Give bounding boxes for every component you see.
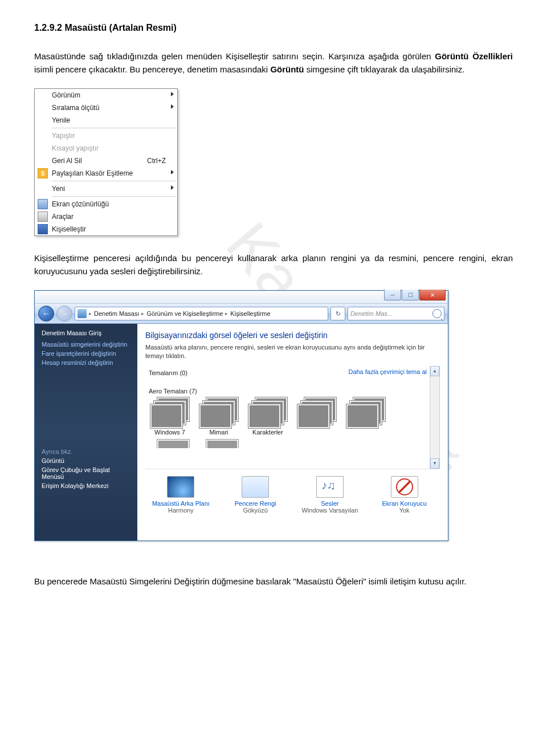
menu-item-label: Yenile (51, 116, 177, 124)
scroll-up-button[interactable]: ▲ (430, 366, 439, 376)
maximize-button[interactable]: ☐ (402, 290, 419, 300)
sidebar-link-display[interactable]: Görüntü (42, 457, 130, 464)
para1-post: simgesine çift tıklayarak da ulaşabilirs… (304, 64, 465, 74)
menu-item-gerialsil[interactable]: Geri Al Sil Ctrl+Z (35, 155, 177, 167)
menu-item-label: Kişiselleştir (51, 225, 177, 233)
menu-item-label: Yeni (51, 185, 177, 193)
menu-item-label: Yapıştır (51, 132, 177, 140)
option-subtitle: Harmony (168, 507, 194, 514)
window-color-icon (242, 476, 269, 498)
theme-item-karakterler[interactable]: Karakterler (246, 397, 290, 436)
chevron-right-icon: ▸ (140, 311, 145, 316)
theme-item-mimari[interactable]: Mimari (197, 397, 241, 436)
menu-item-label: Araçlar (51, 213, 177, 221)
menu-item-label: Görünüm (51, 91, 177, 99)
desktop-background-icon (167, 476, 194, 498)
menu-item-label: Geri Al Sil (51, 157, 147, 165)
chevron-right-icon: ▸ (224, 311, 229, 316)
theme-item-extra1[interactable] (295, 397, 339, 436)
refresh-button[interactable]: ↻ (330, 307, 345, 320)
menu-item-kisisellestir[interactable]: Kişiselleştir (35, 223, 177, 235)
aero-themes-label: Aero Temaları (7) (149, 388, 437, 395)
paragraph-2: Kişiselleştirme penceresi açıldığında bu… (34, 252, 513, 278)
para1-bold2: Görüntü (270, 64, 304, 74)
paragraph-3: Bu pencerede Masaüstü Simgelerini Değişt… (34, 575, 513, 588)
submenu-arrow-icon (171, 92, 174, 96)
theme-item-partial[interactable] (148, 439, 192, 448)
bottom-options-row: Masaüstü Arka Planı Harmony Pencere Reng… (145, 469, 440, 518)
close-button[interactable]: ✕ (419, 290, 446, 300)
option-title: Sesler (321, 500, 338, 507)
theme-item-extra2[interactable] (344, 397, 388, 436)
screensaver-icon (391, 476, 418, 498)
tools-icon (38, 212, 48, 222)
search-input[interactable]: Denetim Mas... (348, 307, 444, 320)
submenu-arrow-icon (171, 104, 174, 109)
menu-item-gorunum[interactable]: Görünüm (35, 89, 177, 101)
para1-pre: Masaüstünde sağ tıkladığınızda gelen men… (34, 51, 435, 61)
menu-item-label: Kısayol yapıştır (51, 144, 177, 152)
sidebar-link-account-picture[interactable]: Hesap resminizi değiştirin (42, 359, 130, 366)
theme-caption: Mimari (210, 429, 228, 436)
sidebar-link-taskbar[interactable]: Görev Çubuğu ve Başlat Menüsü (42, 466, 130, 480)
main-subtitle: Masaüstü arka planını, pencere rengini, … (145, 343, 440, 360)
context-menu: Görünüm Sıralama ölçütü Yenile Yapıştır … (34, 88, 178, 236)
back-button[interactable]: ← (38, 306, 54, 322)
scrollbar[interactable]: ▲ ▼ (430, 366, 439, 469)
control-panel-icon (77, 309, 87, 318)
option-title: Ekran Koruyucu (382, 500, 426, 507)
sidebar-link-desktop-icons[interactable]: Masaüstü simgelerini değiştirin (42, 341, 130, 348)
section-heading: 1.2.9.2 Masaüstü (Artalan Resmi) (34, 23, 513, 33)
option-desktop-background[interactable]: Masaüstü Arka Planı Harmony (149, 476, 213, 514)
minimize-button[interactable]: ─ (384, 290, 401, 300)
option-sounds[interactable]: Sesler Windows Varsayılan (298, 476, 362, 514)
main-title: Bilgisayarınızdaki görsel öğeleri ve ses… (145, 331, 440, 340)
menu-item-paylasilan-klasor[interactable]: S Paylaşılan Klasör Eşitleme (35, 167, 177, 180)
option-title: Pencere Rengi (235, 500, 276, 507)
monitor-icon (38, 199, 48, 209)
scroll-down-button[interactable]: ▼ (430, 458, 439, 469)
search-icon (432, 309, 442, 318)
menu-item-araclar[interactable]: Araçlar (35, 210, 177, 223)
breadcrumb[interactable]: ▸ Denetim Masası ▸ Görünüm ve Kişiselleş… (75, 307, 328, 320)
breadcrumb-item[interactable]: Kişiselleştirme (230, 310, 270, 317)
submenu-arrow-icon (171, 185, 174, 190)
menu-item-yapistir: Yapıştır (35, 129, 177, 142)
para1-mid: isimli pencere çıkacaktır. Bu pencereye,… (34, 64, 270, 74)
personalize-icon (38, 224, 48, 234)
breadcrumb-item[interactable]: Denetim Masası (94, 310, 139, 317)
option-screensaver[interactable]: Ekran Koruyucu Yok (372, 476, 436, 514)
menu-item-label: Ekran çözünürlüğü (51, 200, 177, 208)
option-subtitle: Gökyüzü (243, 507, 267, 514)
sidebar-link-ease-of-access[interactable]: Erişim Kolaylığı Merkezi (42, 482, 130, 489)
option-subtitle: Yok (399, 507, 410, 514)
menu-item-yeni[interactable]: Yeni (35, 182, 177, 195)
breadcrumb-item[interactable]: Görünüm ve Kişiselleştirme (146, 310, 223, 317)
sidebar: Denetim Masası Giriş Masaüstü simgelerin… (35, 324, 137, 540)
sidebar-link-mouse-pointers[interactable]: Fare işaretçilerini değiştirin (42, 350, 130, 357)
theme-item-windows7[interactable]: Windows 7 (148, 397, 192, 436)
menu-separator (52, 196, 176, 197)
more-online-themes-link[interactable]: Daha fazla çevrimiçi tema al (348, 368, 427, 375)
option-subtitle: Windows Varsayılan (301, 507, 358, 514)
search-placeholder: Denetim Mas... (350, 310, 393, 317)
forward-button[interactable]: → (56, 306, 72, 322)
paragraph-1: Masaüstünde sağ tıkladığınızda gelen men… (34, 50, 513, 76)
option-window-color[interactable]: Pencere Rengi Gökyüzü (223, 476, 288, 514)
menu-item-shortcut: Ctrl+Z (147, 157, 177, 165)
sidebar-heading[interactable]: Denetim Masası Giriş (42, 330, 130, 336)
personalization-window: ─ ☐ ✕ ← → ▸ Denetim Masası ▸ Görünüm ve … (34, 290, 448, 541)
para1-bold1: Görüntü Özellikleri (435, 51, 513, 61)
titlebar: ─ ☐ ✕ (35, 291, 448, 304)
submenu-arrow-icon (171, 170, 174, 174)
theme-item-partial[interactable] (197, 439, 241, 448)
theme-caption: Windows 7 (154, 429, 185, 436)
option-title: Masaüstü Arka Planı (152, 500, 210, 507)
menu-item-yenile[interactable]: Yenile (35, 114, 177, 127)
chevron-right-icon: ▸ (88, 311, 93, 316)
menu-item-ekran-cozunurlugu[interactable]: Ekran çözünürlüğü (35, 198, 177, 210)
menu-separator (52, 181, 176, 181)
main-pane: Bilgisayarınızdaki görsel öğeleri ve ses… (137, 324, 448, 540)
navbar: ← → ▸ Denetim Masası ▸ Görünüm ve Kişise… (35, 304, 448, 324)
menu-item-siralama[interactable]: Sıralama ölçütü (35, 101, 177, 114)
